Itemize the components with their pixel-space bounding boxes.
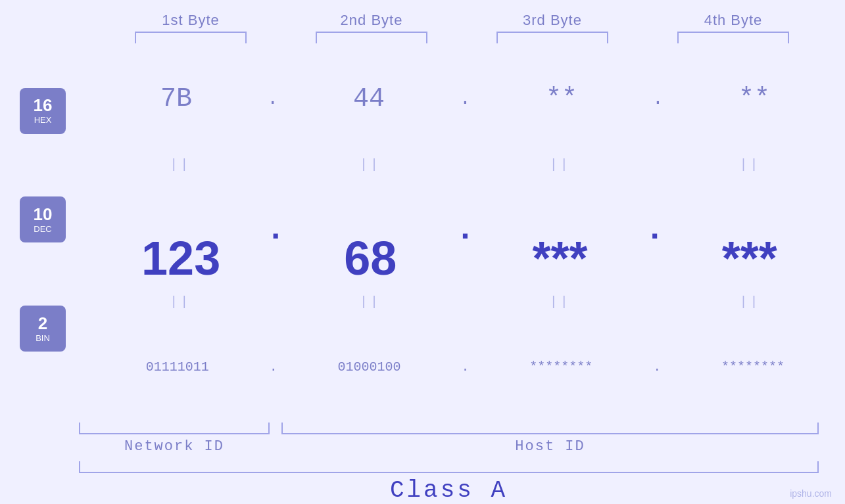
watermark: ipshu.com (790, 488, 832, 499)
badge-hex-num: 16 (34, 97, 53, 114)
bottom-section: Network ID Host ID Class A (0, 423, 845, 504)
byte-label-3: 3rd Byte (462, 12, 643, 29)
byte-labels-row: 1st Byte 2nd Byte 3rd Byte 4th Byte (101, 12, 824, 29)
eq-cell-6: || (276, 294, 466, 309)
bin-cell-4: ******** (661, 359, 845, 375)
hex-value-4: ** (738, 84, 770, 114)
dec-data-row: 123 . 68 . *** . *** (85, 174, 845, 292)
badge-bin: 2 BIN (20, 306, 66, 352)
bin-value-3: ******** (529, 359, 592, 375)
badge-dec-num: 10 (34, 206, 53, 223)
bin-dot-3: . (653, 359, 661, 375)
badges-column: 16 HEX 10 DEC 2 BIN (0, 43, 85, 423)
badge-dec-label: DEC (34, 224, 51, 234)
bin-cell-2: 01000100 (278, 359, 462, 375)
dec-value-2: 68 (344, 231, 397, 285)
hex-value-1: 7B (160, 84, 192, 114)
bin-value-4: ******** (721, 359, 785, 375)
bin-dot-2: . (461, 359, 469, 375)
badge-bin-label: BIN (36, 333, 50, 343)
class-bracket (79, 461, 819, 473)
main-area: 16 HEX 10 DEC 2 BIN 7B . 44 (0, 43, 845, 423)
dec-value-3: *** (533, 231, 588, 285)
hex-value-2: 44 (353, 84, 385, 114)
dec-cell-4: *** (654, 231, 845, 285)
hex-dot-2: . (460, 89, 471, 109)
class-label: Class A (79, 477, 819, 504)
hex-cell-1: 7B (85, 84, 267, 114)
byte-label-2: 2nd Byte (281, 12, 462, 29)
dec-value-1: 123 (141, 231, 220, 285)
bin-cell-1: 01111011 (85, 359, 270, 375)
top-bracket-4 (643, 32, 824, 43)
dec-cell-3: *** (464, 231, 655, 285)
top-bracket-row (101, 32, 824, 43)
dec-value-4: *** (722, 231, 777, 285)
hex-dot-3: . (652, 89, 664, 109)
eq-cell-3: || (466, 157, 656, 172)
hex-data-row: 7B . 44 . ** . ** (85, 43, 845, 154)
top-bracket-3 (462, 32, 643, 43)
badge-hex-label: HEX (34, 115, 52, 125)
hex-dot-1: . (267, 89, 278, 109)
badge-bin-num: 2 (38, 315, 47, 332)
top-bracket-2 (281, 32, 462, 43)
bin-value-1: 01111011 (146, 359, 209, 375)
host-id-label: Host ID (281, 438, 819, 455)
byte-label-1: 1st Byte (101, 12, 281, 29)
bin-data-row: 01111011 . 01000100 . ******** . *******… (85, 311, 845, 423)
hex-cell-4: ** (664, 84, 845, 114)
eq-row-2: || || || || (85, 292, 845, 311)
eq-cell-2: || (276, 157, 466, 172)
data-columns: 7B . 44 . ** . ** || || || || (85, 43, 845, 423)
eq-cell-5: || (85, 294, 276, 309)
dec-cell-2: 68 (275, 231, 466, 285)
host-id-bracket (281, 423, 819, 434)
network-id-bracket (79, 423, 270, 434)
bin-cell-3: ******** (470, 359, 654, 375)
badge-dec: 10 DEC (20, 196, 66, 242)
eq-cell-4: || (655, 157, 845, 172)
bottom-brackets (79, 423, 819, 434)
badge-hex: 16 HEX (20, 88, 66, 134)
main-container: 1st Byte 2nd Byte 3rd Byte 4th Byte 16 H… (0, 0, 845, 504)
hex-cell-2: 44 (278, 84, 460, 114)
bin-dot-1: . (270, 359, 278, 375)
network-id-label: Network ID (79, 438, 270, 455)
eq-cell-7: || (466, 294, 656, 309)
byte-label-4: 4th Byte (643, 12, 824, 29)
eq-cell-8: || (655, 294, 845, 309)
eq-cell-1: || (85, 157, 276, 172)
top-bracket-1 (101, 32, 281, 43)
bin-value-2: 01000100 (338, 359, 401, 375)
hex-cell-3: ** (471, 84, 652, 114)
dec-cell-1: 123 (85, 231, 276, 285)
eq-row-1: || || || || (85, 154, 845, 174)
hex-value-3: ** (546, 84, 577, 114)
id-labels-row: Network ID Host ID (79, 438, 819, 455)
